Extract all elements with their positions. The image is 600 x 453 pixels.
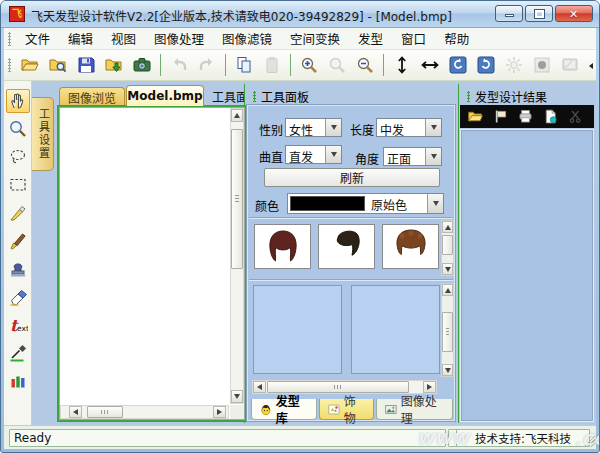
rotate-right-button[interactable] [473, 52, 499, 78]
select-rect-tool-button[interactable] [6, 173, 30, 197]
export-image-button[interactable] [538, 107, 563, 127]
tab-image-processing[interactable]: 图像处理 [376, 399, 453, 420]
histogram-tool-icon [8, 371, 28, 391]
capture-button[interactable] [129, 52, 155, 78]
vertical-scroll-thumb[interactable] [442, 312, 453, 352]
panel-splitter[interactable] [458, 84, 459, 423]
toolbar-overflow-icon[interactable] [589, 63, 593, 69]
hair-thumbnail-3[interactable] [382, 224, 439, 269]
menu-drag-handle[interactable] [8, 32, 11, 46]
scroll-up-button[interactable] [231, 109, 243, 122]
chevron-down-icon[interactable] [425, 119, 441, 136]
tab-hairstyle-library[interactable]: 发型库 [251, 399, 317, 420]
menu-item-7[interactable]: 发型 [349, 26, 392, 51]
scroll-down-button[interactable] [442, 263, 453, 275]
hand-tool-button[interactable] [6, 89, 30, 113]
menu-item-4[interactable]: 图像处理 [145, 26, 213, 51]
preview-slot[interactable] [253, 285, 342, 374]
status-message: Ready [9, 429, 446, 447]
save-button[interactable] [73, 52, 99, 78]
stamp-tool-button[interactable] [6, 257, 30, 281]
vertical-scroll-thumb[interactable] [231, 129, 243, 269]
open-file-button[interactable] [17, 52, 43, 78]
image-canvas[interactable] [57, 105, 247, 422]
horizontal-scroll-thumb[interactable] [87, 406, 123, 418]
panel-drag-handle[interactable] [253, 91, 256, 102]
minimize-button[interactable] [495, 5, 523, 22]
eraser-tool-button[interactable] [6, 285, 30, 309]
menu-item-2[interactable]: 编辑 [59, 26, 102, 51]
menu-item-3[interactable]: 视图 [102, 26, 145, 51]
document-tab-1[interactable]: 图像浏览 [59, 87, 125, 106]
open-result-button[interactable] [463, 107, 488, 127]
zoom-in-button[interactable] [296, 52, 322, 78]
scroll-left-button[interactable] [253, 381, 266, 393]
panel-drag-handle[interactable] [467, 91, 470, 102]
angle-select[interactable]: 正面 [383, 147, 442, 166]
scroll-up-button[interactable] [442, 284, 453, 296]
chevron-down-icon[interactable] [325, 146, 341, 163]
lasso-tool-icon [8, 147, 28, 167]
thumbnail-scrollbar[interactable] [441, 220, 454, 276]
gender-select[interactable]: 女性 [285, 118, 342, 137]
minimize-icon [505, 14, 514, 17]
arrow-down-icon [445, 267, 451, 272]
menu-item-9[interactable]: 帮助 [435, 26, 478, 51]
preview-scrollbar[interactable] [441, 283, 454, 377]
menu-item-6[interactable]: 空间变换 [281, 26, 349, 51]
curl-select[interactable]: 直发 [285, 145, 342, 164]
scroll-left-button[interactable] [69, 406, 82, 418]
color-select[interactable]: 原始色 [287, 193, 444, 214]
menu-item-8[interactable]: 窗口 [392, 26, 435, 51]
menu-bar-items: 文件编辑视图图像处理图像滤镜空间变换发型窗口帮助 [16, 26, 478, 51]
tab-tool-settings[interactable]: 工具设置 [32, 97, 54, 171]
tool-panel: 性别 女性 长度 中发 曲直 直发 角度 正面 [246, 104, 456, 422]
arrow-down-icon [234, 394, 240, 399]
preview-slot[interactable] [351, 285, 440, 374]
length-select[interactable]: 中发 [376, 118, 442, 137]
brush-tool-button[interactable] [6, 229, 30, 253]
zoom-tool-button[interactable] [6, 117, 30, 141]
result-preview-area[interactable] [460, 129, 594, 422]
copy-button[interactable] [231, 52, 257, 78]
flip-vertical-button[interactable] [389, 52, 415, 78]
svg-text:ext: ext [17, 324, 28, 333]
flip-horizontal-button[interactable] [417, 52, 443, 78]
chevron-down-icon[interactable] [325, 119, 341, 136]
knife-tool-button[interactable] [6, 201, 30, 225]
text-tool-button[interactable]: text [6, 313, 30, 337]
menu-item-1[interactable]: 文件 [16, 26, 59, 51]
histogram-tool-button[interactable] [6, 369, 30, 393]
arrow-right-icon [427, 384, 432, 390]
rotate-left-button[interactable] [445, 52, 471, 78]
lasso-tool-button[interactable] [6, 145, 30, 169]
chevron-down-icon[interactable] [425, 148, 441, 165]
tab-accessories[interactable]: 饰物 [319, 399, 374, 420]
chevron-down-icon[interactable] [427, 194, 443, 213]
watermark-text: WWW [417, 430, 470, 448]
horizontal-scrollbar[interactable] [60, 405, 229, 419]
toolbar-drag-handle[interactable] [8, 58, 11, 72]
menu-item-5[interactable]: 图像滤镜 [213, 26, 281, 51]
hair-thumbnail-2[interactable] [318, 224, 375, 269]
app-window: 飞 飞天发型设计软件V2.2[企业版本,技术请致电020-39492829] -… [0, 0, 600, 453]
hair-thumbnail-1[interactable] [254, 224, 311, 269]
close-button[interactable]: ✕ [555, 5, 593, 22]
refresh-button[interactable]: 刷新 [264, 168, 440, 187]
save-result-button[interactable] [488, 107, 513, 127]
scroll-down-button[interactable] [442, 364, 453, 376]
eyedropper-tool-button[interactable] [6, 341, 30, 365]
zoom-actual-button[interactable] [352, 52, 378, 78]
scroll-up-button[interactable] [442, 221, 453, 233]
vertical-scrollbar[interactable] [230, 108, 244, 404]
maximize-button[interactable] [525, 5, 553, 22]
scroll-down-button[interactable] [231, 390, 243, 403]
arrow-up-icon [445, 225, 451, 230]
print-button[interactable] [513, 107, 538, 127]
vertical-scroll-thumb[interactable] [442, 235, 453, 255]
open-result-icon [467, 108, 484, 125]
browse-images-button[interactable] [45, 52, 71, 78]
scroll-right-button[interactable] [213, 406, 226, 418]
document-tab-2[interactable]: Model.bmp [126, 85, 204, 106]
save-as-button[interactable] [101, 52, 127, 78]
